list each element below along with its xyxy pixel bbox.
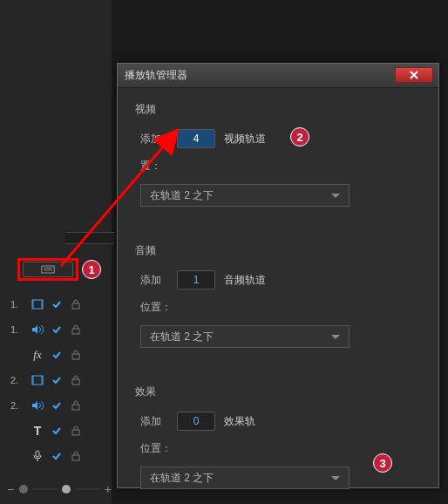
zoom-bar: − + — [7, 481, 112, 497]
close-button[interactable] — [395, 67, 433, 83]
track-type-label: 效果轨 — [224, 414, 255, 429]
audio-track-icon — [30, 398, 45, 412]
track-manager-button[interactable] — [23, 262, 73, 277]
lock-icon[interactable] — [68, 373, 84, 387]
svg-rect-4 — [32, 300, 34, 309]
lock-icon[interactable] — [68, 398, 84, 412]
check-icon[interactable] — [49, 424, 64, 438]
slider-thumb[interactable] — [62, 485, 71, 494]
annotation-badge-1: 1 — [82, 260, 101, 279]
svg-rect-0 — [42, 266, 54, 273]
svg-rect-7 — [72, 329, 79, 334]
lock-icon[interactable] — [68, 424, 84, 438]
track-number: 2. — [10, 400, 26, 411]
track-number: 1. — [10, 324, 26, 335]
svg-rect-5 — [41, 300, 43, 309]
audio-position-select[interactable]: 在轨道 2 之下 — [140, 325, 350, 348]
track-row[interactable]: T — [10, 418, 115, 443]
slider-dot[interactable] — [19, 485, 28, 494]
svg-rect-3 — [32, 300, 43, 309]
svg-rect-8 — [72, 354, 79, 359]
select-value: 在轨道 2 之下 — [150, 471, 214, 486]
dialog-title: 播放轨管理器 — [125, 68, 187, 83]
video-track-icon — [30, 297, 45, 311]
audio-add-input[interactable] — [177, 270, 215, 289]
lock-icon[interactable] — [68, 449, 84, 463]
track-row[interactable] — [10, 443, 115, 468]
svg-rect-6 — [72, 303, 79, 309]
mic-track-icon — [30, 449, 45, 463]
select-value: 在轨道 2 之下 — [150, 330, 214, 344]
lock-icon[interactable] — [68, 348, 84, 362]
svg-rect-11 — [41, 376, 43, 385]
slider-track[interactable] — [76, 488, 99, 490]
svg-rect-9 — [32, 376, 43, 385]
svg-rect-10 — [32, 376, 34, 385]
lock-icon[interactable] — [68, 297, 84, 311]
position-label: 位置： — [140, 441, 172, 456]
check-icon[interactable] — [49, 398, 64, 412]
track-row[interactable]: 2. — [10, 392, 115, 418]
svg-rect-12 — [72, 379, 79, 385]
annotation-badge-2: 2 — [290, 127, 309, 146]
check-icon[interactable] — [49, 348, 64, 362]
track-row[interactable]: 1. — [10, 317, 115, 342]
svg-rect-15 — [36, 451, 39, 457]
svg-rect-16 — [72, 455, 79, 460]
annotation-badge-3: 3 — [373, 453, 392, 473]
svg-rect-13 — [72, 405, 79, 410]
section-header: 效果 — [135, 385, 421, 399]
ruler-bar — [65, 232, 114, 244]
position-label: 置： — [140, 159, 168, 174]
plus-icon[interactable]: + — [105, 482, 112, 496]
track-type-label: 音频轨道 — [224, 273, 266, 288]
track-list: 1. 1. fx 2. 2. T — [10, 291, 115, 468]
effect-section: 效果 添加 效果轨 位置： 在轨道 2 之下 — [135, 385, 421, 489]
track-row[interactable]: 2. — [10, 367, 115, 392]
track-row[interactable]: 1. — [10, 291, 115, 317]
track-type-label: 视频轨道 — [224, 132, 266, 146]
section-header: 音频 — [135, 243, 421, 258]
position-label: 位置： — [140, 300, 172, 315]
check-icon[interactable] — [49, 297, 64, 311]
add-label: 添加 — [140, 132, 168, 146]
track-number: 1. — [10, 299, 26, 310]
track-icon — [41, 265, 55, 274]
dialog-body: 视频 添加 视频轨道 置： 在轨道 2 之下 音频 添加 音频轨道 位置： — [118, 88, 438, 487]
lock-icon[interactable] — [68, 323, 84, 337]
effect-add-input[interactable] — [177, 412, 215, 431]
add-label: 添加 — [140, 414, 168, 429]
check-icon[interactable] — [49, 373, 64, 387]
dialog-titlebar[interactable]: 播放轨管理器 — [118, 64, 438, 88]
svg-rect-14 — [72, 430, 79, 435]
video-section: 视频 添加 视频轨道 置： 在轨道 2 之下 — [135, 102, 421, 207]
video-track-icon — [30, 373, 45, 387]
track-number: 2. — [10, 375, 26, 385]
add-label: 添加 — [140, 273, 168, 288]
track-manager-dialog: 播放轨管理器 视频 添加 视频轨道 置： 在轨道 2 之下 音频 添加 — [117, 63, 439, 488]
slider-track[interactable] — [33, 488, 57, 490]
select-value: 在轨道 2 之下 — [150, 188, 214, 203]
check-icon[interactable] — [49, 449, 64, 463]
audio-track-icon — [30, 323, 45, 337]
minus-icon[interactable]: − — [7, 482, 14, 496]
effect-position-select[interactable]: 在轨道 2 之下 — [140, 467, 350, 489]
video-add-input[interactable] — [177, 129, 215, 148]
audio-section: 音频 添加 音频轨道 位置： 在轨道 2 之下 — [135, 243, 421, 348]
close-icon — [409, 71, 419, 79]
video-position-select[interactable]: 在轨道 2 之下 — [140, 184, 350, 207]
title-track-icon: T — [30, 424, 45, 438]
section-header: 视频 — [135, 102, 421, 117]
track-row[interactable]: fx — [10, 342, 115, 367]
fx-track-icon: fx — [30, 348, 45, 362]
check-icon[interactable] — [49, 323, 64, 337]
